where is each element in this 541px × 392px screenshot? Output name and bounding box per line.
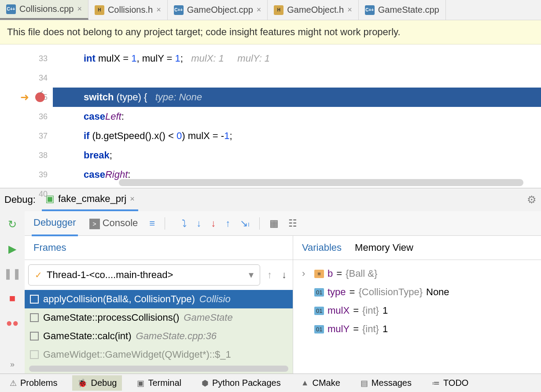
- tab-label: Collisions.cpp: [19, 4, 74, 14]
- cpp-file-icon: C++: [6, 4, 16, 14]
- frame-icon: [30, 295, 39, 304]
- var-type-badge: 01: [314, 307, 324, 315]
- line-num: 34: [0, 68, 53, 88]
- step-into-icon[interactable]: ↓: [196, 218, 201, 229]
- run-to-cursor-icon[interactable]: ↘I: [240, 218, 249, 229]
- line-num: 33: [0, 49, 53, 68]
- line-num: 36: [0, 107, 53, 126]
- tab-gamestate-cpp[interactable]: C++ GameState.cpp: [359, 0, 446, 20]
- debugger-tab[interactable]: Debugger: [32, 211, 78, 236]
- messages-tool-button[interactable]: ▤Messages: [355, 375, 417, 391]
- warning-icon: ⚠: [10, 378, 17, 388]
- close-icon[interactable]: ×: [257, 5, 261, 15]
- evaluate-icon[interactable]: ▦: [269, 218, 279, 229]
- variables-header[interactable]: Variables: [302, 242, 342, 253]
- gear-icon[interactable]: ⚙: [527, 194, 537, 206]
- step-out-icon[interactable]: ↑: [225, 218, 230, 229]
- close-icon[interactable]: ×: [156, 5, 161, 15]
- close-icon[interactable]: ×: [347, 5, 352, 15]
- tab-label: GameState.cpp: [378, 5, 439, 15]
- line-num: 40: [0, 184, 53, 204]
- code-line-37: if (b.getSpeed().x() < 0) mulX = -1;: [53, 126, 541, 146]
- line-num: 37: [0, 126, 53, 146]
- code-area[interactable]: int mulX = 1, mulY = 1; mulX: 1 mulY: 1 …: [53, 44, 541, 188]
- tab-collisions-h[interactable]: H Collisions.h ×: [88, 0, 168, 20]
- thread-selector[interactable]: ✓ Thread-1-<co....main-thread> ▾: [28, 264, 260, 286]
- terminal-icon: ▣: [137, 378, 144, 388]
- tab-gameobject-cpp[interactable]: C++ GameObject.cpp ×: [168, 0, 268, 20]
- settings-icon[interactable]: ☷: [288, 218, 297, 229]
- close-icon[interactable]: ×: [77, 4, 82, 14]
- view-breakpoints-icon[interactable]: ●●: [6, 317, 19, 329]
- frames-header[interactable]: Frames: [33, 242, 66, 253]
- tab-gameobject-h[interactable]: H GameObject.h ×: [268, 0, 358, 20]
- cmake-icon: ▲: [301, 378, 309, 388]
- rerun-icon[interactable]: ↻: [8, 218, 17, 231]
- line-num: 39: [0, 165, 53, 184]
- code-editor[interactable]: 33 34 35 ➜ ✓ 36 37 38 39 40 int mulX = 1…: [0, 44, 541, 188]
- stop-icon[interactable]: ■: [9, 292, 16, 304]
- debug-config-tab[interactable]: ▣ fake_cmake_prj ×: [42, 188, 138, 211]
- console-tab[interactable]: >Console: [88, 211, 140, 235]
- package-icon: ⬢: [202, 378, 209, 388]
- variable-row[interactable]: 01 mulX = {int} 1: [302, 301, 532, 320]
- execution-pointer-icon: ➜: [20, 91, 29, 103]
- terminal-tool-button[interactable]: ▣Terminal: [132, 375, 187, 391]
- variable-row[interactable]: 01 type = {CollisionType} None: [302, 283, 532, 301]
- variable-row[interactable]: 01 mulY = {int} 1: [302, 320, 532, 338]
- tab-label: GameObject.h: [287, 5, 344, 15]
- variables-panel: Variables Memory View › ≡ b = {Ball &} 0…: [293, 236, 541, 374]
- breakpoint-verified-icon: ✓: [40, 89, 44, 95]
- line-num: 35 ➜ ✓: [0, 88, 53, 107]
- code-line-38: break;: [53, 146, 541, 165]
- warning-banner: This file does not belong to any project…: [0, 20, 541, 44]
- stack-frame[interactable]: GameWidget::GameWidget(QWidget*)::$_1: [25, 345, 293, 364]
- expand-chevron-icon[interactable]: ›: [302, 268, 311, 279]
- debug-toolbar: Debugger >Console ≡ ⤵ ↓ ↓ ↑ ↘I ▦ ☷: [25, 211, 541, 236]
- h-file-icon: H: [95, 5, 104, 15]
- separator: [259, 217, 260, 230]
- stack-frame[interactable]: applyCollision(Ball&, CollisionType) Col…: [25, 290, 293, 308]
- bug-icon: 🐞: [77, 378, 87, 388]
- step-over-icon[interactable]: ⤵: [182, 218, 187, 229]
- messages-icon: ▤: [361, 378, 368, 388]
- tab-label: GameObject.cpp: [187, 5, 253, 15]
- expand-icon[interactable]: »: [10, 360, 15, 369]
- status-bar: ⚠Problems 🐞Debug ▣Terminal ⬢Python Packa…: [0, 374, 541, 392]
- code-line-35: switch (type) { type: None: [53, 88, 541, 107]
- tab-label: Collisions.h: [108, 5, 153, 15]
- stack-frame[interactable]: GameState::processCollisions() GameState: [25, 308, 293, 327]
- threads-icon[interactable]: ≡: [149, 218, 155, 229]
- line-gutter: 33 34 35 ➜ ✓ 36 37 38 39 40: [0, 44, 53, 188]
- var-type-badge: 01: [314, 288, 324, 297]
- memory-view-header[interactable]: Memory View: [355, 242, 413, 253]
- cpp-file-icon: C++: [174, 5, 184, 15]
- frame-up-icon[interactable]: ↑: [265, 269, 275, 281]
- frame-icon: [30, 350, 39, 359]
- variable-row[interactable]: › ≡ b = {Ball &}: [302, 264, 532, 283]
- debug-tool-window: Debug: ▣ fake_cmake_prj × ⚙ ↻ ▶ ❚❚ ■ ●● …: [0, 188, 541, 374]
- pause-icon[interactable]: ❚❚: [4, 267, 21, 280]
- tab-collisions-cpp[interactable]: C++ Collisions.cpp ×: [0, 0, 88, 20]
- force-step-into-icon[interactable]: ↓: [211, 218, 216, 229]
- debug-sidebar: ↻ ▶ ❚❚ ■ ●● »: [0, 211, 25, 374]
- frame-icon: [30, 313, 39, 322]
- line-num: 38: [0, 146, 53, 165]
- separator: [165, 217, 165, 230]
- todo-tool-button[interactable]: ≔TODO: [427, 375, 474, 391]
- resume-icon[interactable]: ▶: [8, 243, 16, 255]
- python-packages-tool-button[interactable]: ⬢Python Packages: [196, 375, 286, 391]
- horizontal-scrollbar[interactable]: [119, 179, 523, 186]
- chevron-down-icon: ▾: [249, 269, 254, 281]
- frame-down-icon[interactable]: ↓: [279, 269, 289, 281]
- debug-tool-button[interactable]: 🐞Debug: [72, 375, 122, 391]
- code-line-36: case Left:: [53, 107, 541, 126]
- cmake-tool-button[interactable]: ▲CMake: [296, 375, 346, 391]
- stack-frame[interactable]: GameState::calc(int) GameState.cpp:36: [25, 327, 293, 345]
- problems-tool-button[interactable]: ⚠Problems: [4, 375, 63, 391]
- code-line-33: int mulX = 1, mulY = 1; mulX: 1 mulY: 1: [53, 49, 541, 68]
- editor-tabs: C++ Collisions.cpp × H Collisions.h × C+…: [0, 0, 541, 20]
- horizontal-scrollbar[interactable]: [29, 366, 288, 372]
- h-file-icon: H: [274, 5, 283, 15]
- close-icon[interactable]: ×: [130, 194, 135, 204]
